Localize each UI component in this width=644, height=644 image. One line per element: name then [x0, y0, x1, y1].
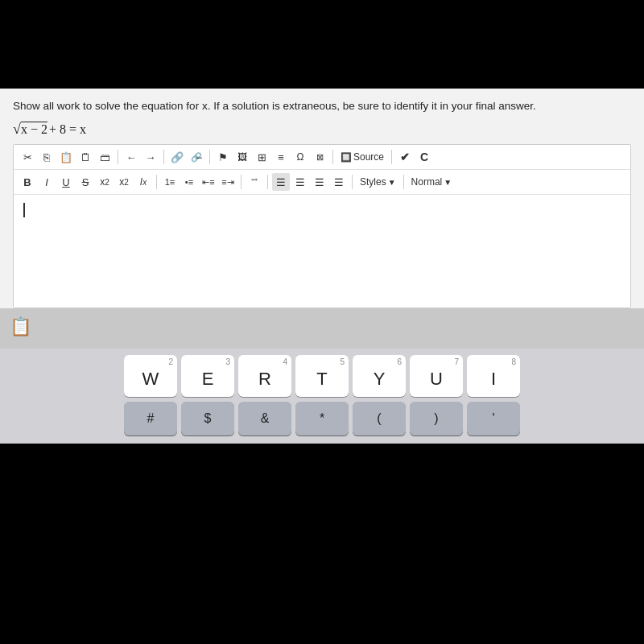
- underline-button[interactable]: U: [57, 173, 75, 191]
- styles-dropdown[interactable]: Styles ▼: [357, 176, 399, 188]
- key-sym-$[interactable]: $: [181, 402, 234, 436]
- sep4: [332, 150, 333, 164]
- sep1: [118, 150, 118, 164]
- editor-body[interactable]: [14, 195, 630, 308]
- key-letter-i: I: [491, 369, 496, 390]
- top-black-bar: [0, 0, 644, 89]
- key-symbol-label: #: [147, 411, 155, 426]
- key-number-y: 6: [397, 357, 402, 366]
- normal-dropdown[interactable]: Normal ▼: [408, 176, 456, 188]
- source-icon: 🔲: [341, 152, 352, 163]
- table-button[interactable]: ⊞: [253, 148, 270, 166]
- key-sym-&[interactable]: &: [238, 402, 291, 436]
- clear-formatting-button[interactable]: C: [415, 148, 433, 166]
- key-symbol-label: ): [434, 411, 438, 426]
- keyboard-row-2: #$&*()': [3, 402, 641, 436]
- list-button[interactable]: ≡: [272, 148, 290, 166]
- source-label: Source: [353, 151, 384, 163]
- key-t[interactable]: 5T: [295, 355, 349, 397]
- key-letter-w: W: [142, 369, 159, 390]
- key-letter-e: E: [202, 369, 214, 390]
- align-left-button[interactable]: ☰: [272, 173, 290, 191]
- paste-word-button[interactable]: 🗃: [96, 148, 114, 166]
- bold-button[interactable]: B: [19, 173, 36, 191]
- strike-label: S: [82, 176, 89, 188]
- copy-button[interactable]: ⎘: [38, 148, 56, 166]
- key-sym-([interactable]: (: [353, 402, 406, 436]
- sep6: [156, 175, 157, 189]
- special-char-button[interactable]: Ω: [291, 148, 309, 166]
- check-icon: ✔: [400, 151, 410, 163]
- key-w[interactable]: 2W: [124, 355, 177, 397]
- unlink-button[interactable]: 🔗̶: [188, 148, 205, 166]
- spellcheck-button[interactable]: ✔: [396, 148, 414, 166]
- key-symbol-label: (: [377, 411, 381, 426]
- maximize-button[interactable]: ⊠: [311, 148, 328, 166]
- key-letter-y: Y: [374, 369, 386, 390]
- key-number-w: 2: [168, 357, 173, 366]
- undo-button[interactable]: ←: [122, 148, 140, 166]
- italic-button[interactable]: I: [38, 173, 56, 191]
- italic-label: I: [45, 176, 48, 188]
- key-r[interactable]: 4R: [238, 355, 291, 397]
- align-center-button[interactable]: ☰: [291, 173, 309, 191]
- text-cursor: [23, 203, 25, 217]
- sep10: [403, 175, 404, 189]
- source-button[interactable]: 🔲 Source: [337, 148, 387, 166]
- key-y[interactable]: 6Y: [353, 355, 406, 397]
- blockquote-button[interactable]: “”: [246, 173, 263, 191]
- sep5: [391, 150, 392, 164]
- equation-sqrt: √: [13, 121, 21, 138]
- question-text: Show all work to solve the equation for …: [13, 98, 631, 114]
- link-button[interactable]: 🔗: [168, 148, 186, 166]
- c-label: C: [420, 151, 428, 163]
- unordered-list-button[interactable]: •≡: [180, 173, 198, 191]
- outdent-button[interactable]: ⇤≡: [200, 173, 217, 191]
- sep3: [209, 150, 210, 164]
- paste-button[interactable]: 📋: [57, 148, 75, 166]
- redo-button[interactable]: →: [142, 148, 159, 166]
- cut-button[interactable]: ✂: [19, 148, 36, 166]
- key-letter-u: U: [430, 369, 443, 390]
- equation-body: x − 2: [21, 122, 49, 137]
- key-e[interactable]: 3E: [181, 355, 234, 397]
- key-i[interactable]: 8I: [467, 355, 520, 397]
- ordered-list-button[interactable]: 1≡: [161, 173, 179, 191]
- underline-label: U: [62, 176, 69, 188]
- sep7: [241, 175, 242, 189]
- key-sym-)[interactable]: ): [410, 402, 463, 436]
- main-content: Show all work to solve the equation for …: [0, 89, 644, 308]
- key-symbol-label: *: [320, 411, 324, 426]
- image-button[interactable]: 🖼: [233, 148, 251, 166]
- paste-text-button[interactable]: 🗒: [76, 148, 94, 166]
- subscript-button[interactable]: x2: [96, 173, 114, 191]
- key-sym-*[interactable]: *: [295, 402, 349, 436]
- editor-container: ✂ ⎘ 📋 🗒 🗃 ← → 🔗 🔗̶ ⚑ 🖼 ⊞ ≡ Ω ⊠ 🔲 Source: [13, 144, 631, 308]
- key-number-e: 3: [225, 357, 230, 366]
- align-justify-button[interactable]: ☰: [330, 173, 348, 191]
- sep2: [163, 150, 164, 164]
- equation: √x − 2 + 8 = x: [13, 121, 631, 138]
- remove-format-button[interactable]: Ix: [134, 173, 152, 191]
- key-u[interactable]: 7U: [410, 355, 463, 397]
- key-sym-#[interactable]: #: [124, 402, 177, 436]
- keyboard-area: 2W3E4R5T6Y7U8I #$&*()': [0, 349, 644, 444]
- equation-rest: + 8 = x: [49, 122, 86, 137]
- clipboard-icon: 📋: [10, 316, 31, 337]
- sep8: [267, 175, 268, 189]
- normal-dropdown-arrow: ▼: [444, 178, 452, 187]
- flag-button[interactable]: ⚑: [214, 148, 232, 166]
- keyboard-row-1: 2W3E4R5T6Y7U8I: [3, 355, 641, 397]
- key-symbol-label: &: [261, 411, 270, 426]
- superscript-button[interactable]: x2: [115, 173, 133, 191]
- key-number-i: 8: [511, 357, 516, 366]
- bottom-grey-area: 📋: [0, 308, 644, 349]
- sep9: [352, 175, 353, 189]
- normal-label: Normal: [411, 176, 443, 188]
- key-sym-'[interactable]: ': [467, 402, 520, 436]
- strikethrough-button[interactable]: S: [76, 173, 94, 191]
- indent-button[interactable]: ≡⇥: [219, 173, 237, 191]
- align-right-button[interactable]: ☰: [311, 173, 328, 191]
- toolbar-row2: B I U S x2 x2 Ix 1≡ •≡ ⇤≡ ≡⇥ “” ☰ ☰: [14, 170, 630, 195]
- key-letter-t: T: [316, 369, 327, 390]
